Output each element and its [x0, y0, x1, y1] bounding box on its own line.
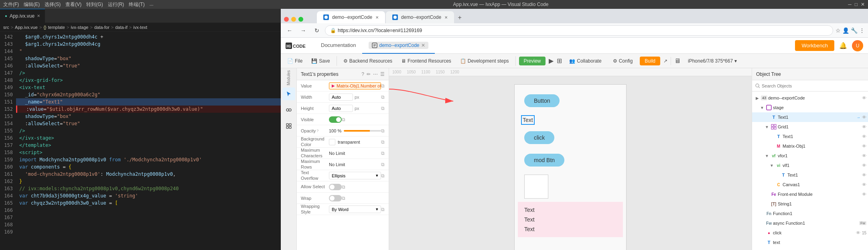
tree-toggle-stage[interactable]: ▼ [759, 105, 765, 110]
prop-value-copy[interactable]: ⧉ [381, 83, 385, 89]
config-button[interactable]: ⚙ Config [609, 57, 637, 65]
bgcolor-swatch[interactable] [329, 139, 335, 145]
prop-allowselect-copy[interactable]: ⧉ [342, 184, 345, 190]
nav-tab-demo-close[interactable]: ✕ [421, 43, 425, 48]
build-arrow-icon[interactable]: ↗ [663, 58, 667, 64]
file-button[interactable]: 📄 File [284, 57, 306, 65]
edit-icon[interactable]: ✏ [367, 71, 371, 77]
tree-item-frontend-module[interactable]: Fe Front-end Module 👁 [752, 189, 868, 199]
prop-wrap-copy[interactable]: ⧉ [342, 195, 345, 201]
menu-bar[interactable]: 文件(F) 编辑(E) 选择(S) 查看(V) 转到(G) 运行(R) 终端(T… [3, 1, 154, 8]
prop-height-input[interactable] [329, 105, 353, 112]
editor-tab-active[interactable]: ● App.ivx.vue ✕ [0, 9, 45, 23]
eye-vfor1-icon[interactable]: 👁 [862, 153, 866, 158]
tree-item-click-event[interactable]: ● click 👁 15 [752, 228, 868, 238]
tree-toggle-vfor1[interactable]: ▼ [764, 153, 770, 159]
tree-item-function1[interactable]: Fn Function1 [752, 209, 868, 218]
tree-item-stage[interactable]: ▼ stage [752, 103, 868, 112]
menu-run[interactable]: 运行(R) [108, 1, 124, 8]
win-close-icon[interactable] [284, 17, 289, 22]
help-icon[interactable]: ? [361, 71, 364, 77]
eye-grid-text1-icon[interactable]: 👁 [862, 134, 866, 139]
new-tab-icon[interactable]: + [455, 14, 464, 23]
tree-item-async-fn1[interactable]: Fw async Function1 Fw [752, 218, 868, 228]
search-objects-input[interactable] [762, 83, 865, 88]
maximize-icon[interactable]: □ [855, 2, 858, 7]
click-button-shape[interactable]: click [524, 131, 554, 144]
collaborate-button[interactable]: 👥 Collaborate [565, 57, 605, 65]
tree-item-string1[interactable]: [T] String1 [752, 199, 868, 209]
browser-tab-2-close[interactable]: ✕ [444, 15, 448, 20]
prop-width-input[interactable] [329, 93, 353, 101]
menu-view[interactable]: 查看(V) [65, 1, 81, 8]
prop-visible-copy[interactable]: ⧉ [342, 117, 345, 122]
tree-toggle-grid1[interactable]: ▼ [764, 124, 770, 130]
minimize-icon[interactable]: ─ [848, 2, 852, 7]
menu-more[interactable]: ... [150, 1, 154, 8]
browser-tab-1[interactable]: demo--exportCode ✕ [317, 11, 385, 23]
menu-edit[interactable]: 编辑(E) [24, 1, 40, 8]
frontend-resources-button[interactable]: 🖥 Frontend Resources [398, 57, 454, 65]
prop-textoverflow-select[interactable]: Ellipsis ▾ [329, 172, 381, 179]
tree-item-demo[interactable]: ▶ 43 demo--exportCode 👁 [752, 93, 868, 103]
close-icon[interactable]: ✕ [861, 2, 865, 7]
settings-icon[interactable]: ⋮ [859, 27, 865, 34]
prop-visible-toggle[interactable] [329, 116, 342, 123]
eye-grid1-icon[interactable]: 👁 [862, 124, 866, 129]
eye-click-ev-icon[interactable]: 👁 [856, 230, 860, 235]
eye-frontend-icon[interactable]: 👁 [862, 192, 866, 197]
menu-file[interactable]: 文件(F) [3, 1, 19, 8]
browser-win-controls[interactable] [284, 17, 316, 23]
play-icon[interactable]: ▶ [549, 57, 554, 65]
qr-icon[interactable]: ⊞ [557, 57, 562, 65]
tree-item-grid-text1[interactable]: T Text1 👁 [752, 132, 868, 141]
tree-toggle-demo[interactable]: ▶ [754, 95, 760, 101]
menu-terminal[interactable]: 终端(T) [129, 1, 144, 8]
tree-item-canvas1[interactable]: C Canvas1 👁 [752, 180, 868, 189]
code-editor[interactable]: $arg0.chyrs1w2ntpg000dh4c + $arg1.chyrs1… [16, 32, 281, 250]
eye-matrix-icon[interactable]: 👁 [862, 144, 866, 148]
user-avatar[interactable]: U [852, 40, 863, 51]
canvas-text1-selected[interactable]: Text [521, 115, 535, 125]
build-button[interactable]: Build [640, 57, 660, 65]
prop-opacity-copy[interactable]: ⧉ [381, 128, 385, 134]
tree-item-vlf1[interactable]: ▼ vi vlf1 👁 [752, 161, 868, 170]
prop-value-box[interactable]: ▶ Matrix-Obj1.Number of Row... [329, 82, 381, 89]
tree-toggle-vlf1[interactable]: ▼ [769, 163, 775, 168]
prop-allowselect-toggle[interactable] [329, 184, 342, 190]
link-module-button[interactable] [282, 104, 295, 116]
development-steps-button[interactable]: 📋 Development steps [457, 57, 512, 65]
tree-item-button[interactable]: Bt button [752, 247, 868, 250]
button-shape[interactable]: Button [524, 94, 560, 107]
prop-maxchars-copy[interactable]: ⧉ [381, 150, 385, 156]
extensions-icon[interactable]: 🔧 [851, 27, 858, 34]
bell-icon[interactable]: 🔔 [839, 42, 847, 49]
monitor-icon[interactable]: 🖥 [674, 57, 681, 65]
menu-select[interactable]: 选择(S) [45, 1, 61, 8]
menu-goto[interactable]: 转到(G) [86, 1, 103, 8]
backend-resources-button[interactable]: ⚙ Backend Resources [340, 57, 395, 65]
win-maximize-icon[interactable] [298, 17, 303, 22]
prop-textoverflow-copy[interactable]: ⧉ [381, 173, 385, 179]
tree-item-text1-selected[interactable]: T Text1 → 👁 [752, 112, 868, 122]
tree-item-text-event[interactable]: T text [752, 238, 868, 247]
canvas-modbtn-element[interactable]: mod Btn [518, 149, 623, 171]
eye-vlf1-icon[interactable]: 👁 [862, 163, 866, 168]
tree-item-vfor1[interactable]: ▼ vf vfor1 👁 [752, 151, 868, 161]
prop-width-copy[interactable]: ⧉ [381, 94, 385, 100]
menu-icon[interactable]: ☰ [380, 71, 385, 77]
prop-wrappingstyle-select[interactable]: By Word ▾ [329, 205, 381, 213]
back-button[interactable]: ← [284, 25, 295, 36]
prop-wrappingstyle-copy[interactable]: ⧉ [381, 207, 385, 212]
refresh-button[interactable]: ↻ [311, 25, 322, 36]
eye-demo-icon[interactable]: 👁 [862, 96, 866, 100]
preview-button[interactable]: Preview [519, 57, 546, 65]
device-selector[interactable]: iPhone6/7/8 375*667 ▾ [684, 57, 741, 65]
window-controls[interactable]: ─ □ ✕ [848, 2, 865, 7]
tree-item-vlf-text1[interactable]: T Text1 👁 [752, 170, 868, 180]
tree-item-matrix[interactable]: M Matrix-Obj1 👁 [752, 141, 868, 151]
browser-tab-1-close[interactable]: ✕ [375, 15, 379, 20]
canvas-button-element[interactable]: Button [518, 88, 623, 114]
url-bar[interactable]: 🔒 https://dev.ivx.cn/?locale=en#11269169 [325, 25, 833, 36]
cursor-module-button[interactable] [282, 87, 295, 100]
